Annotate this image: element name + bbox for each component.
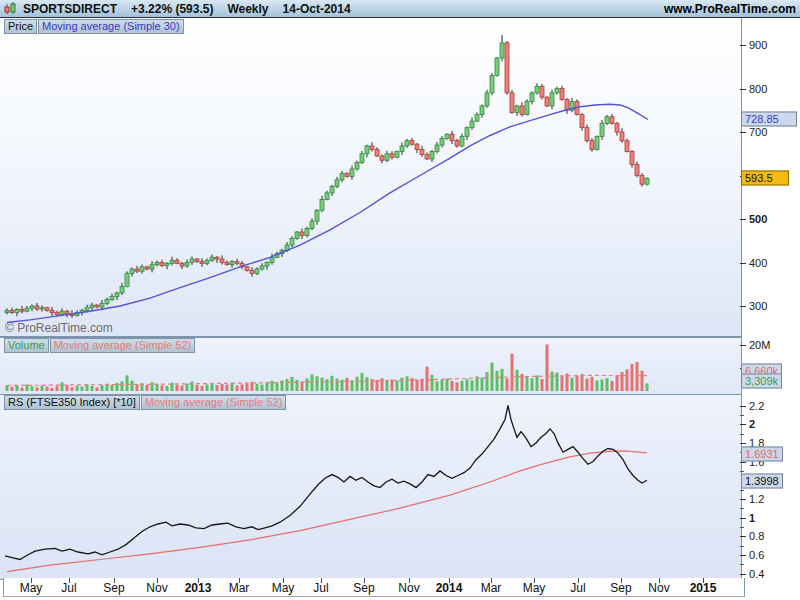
volume-indicator-chip[interactable]: Volume — [4, 338, 49, 353]
time-axis-label: Nov — [648, 581, 669, 595]
axis-label: 1.2 — [749, 493, 764, 505]
volume-bar — [66, 385, 69, 391]
candle-body — [370, 146, 374, 149]
candle-body — [55, 313, 59, 315]
axis-label: 0.4 — [749, 568, 764, 580]
candle-body — [185, 263, 189, 266]
volume-bar — [431, 375, 434, 391]
candle-body — [525, 102, 529, 115]
volume-bar — [46, 387, 49, 391]
volume-bar — [276, 382, 279, 391]
volume-bar — [286, 379, 289, 391]
axis-tick — [740, 555, 746, 556]
candle-body — [290, 239, 294, 246]
volume-bar — [481, 378, 484, 391]
axis-tick — [740, 263, 746, 264]
last-price-box: 593.5 — [741, 171, 789, 186]
volume-bar — [321, 378, 324, 391]
volume-bar — [191, 382, 194, 391]
candle-body — [300, 232, 304, 235]
candle-body — [335, 180, 339, 187]
time-axis-label: Nov — [146, 581, 167, 595]
volume-bar — [266, 383, 269, 391]
candle-body — [390, 154, 394, 157]
volume-bar — [561, 376, 564, 391]
volume-bar — [216, 385, 219, 391]
candle-body — [465, 128, 469, 137]
candle-body — [5, 310, 9, 312]
rs-ma-chip[interactable]: Moving average (Simple 52) — [141, 395, 287, 410]
axis-tick — [740, 306, 746, 307]
volume-bar — [96, 387, 99, 391]
chart-window: SPORTSDIRECT +3.22% (593.5) Weekly 14-Oc… — [0, 0, 800, 600]
time-axis-label: Mar — [229, 581, 250, 595]
volume-bar — [526, 377, 529, 391]
volume-bar — [11, 387, 14, 391]
candle-body — [470, 121, 474, 128]
volume-bar — [406, 376, 409, 391]
price-legend: Price Moving average (Simple 30) — [4, 19, 184, 34]
candle-body — [310, 221, 314, 228]
volume-bar — [581, 374, 584, 391]
candle-body — [595, 136, 599, 149]
time-axis-label: May — [272, 581, 295, 595]
volume-bar — [586, 379, 589, 391]
candle-body — [360, 154, 364, 163]
candle-body — [105, 299, 109, 303]
volume-bar — [496, 371, 499, 391]
candle-body — [555, 89, 559, 93]
rs-ma-line — [7, 451, 647, 572]
volume-bar — [221, 384, 224, 391]
candle-body — [440, 139, 444, 146]
candle-body — [10, 310, 14, 312]
candle-body — [115, 293, 119, 296]
volume-bar — [471, 380, 474, 391]
candle-body — [605, 117, 609, 124]
chart-canvas[interactable] — [0, 0, 800, 600]
rs-last-value-box: 1.3998 — [741, 474, 783, 489]
rs-indicator-chip[interactable]: RS (FTSE350 Index) [*10] — [4, 395, 140, 410]
axis-label: 0.6 — [749, 549, 764, 561]
volume-bar — [446, 379, 449, 391]
candle-body — [550, 93, 554, 106]
candle-body — [505, 43, 509, 93]
volume-bar — [601, 380, 604, 392]
candle-body — [365, 146, 369, 154]
volume-bar — [56, 386, 59, 391]
candle-body — [165, 263, 169, 265]
candle-body — [405, 141, 409, 146]
candle-body — [630, 152, 634, 165]
volume-bar — [51, 388, 54, 391]
axis-minor-tick — [740, 564, 744, 565]
candle-body — [320, 199, 324, 210]
candle-body — [435, 145, 439, 152]
volume-ma-chip[interactable]: Moving average (Simple 52) — [50, 338, 196, 353]
axis-tick — [740, 424, 746, 425]
candle-body — [640, 176, 644, 185]
price-indicator-chip[interactable]: Price — [4, 19, 37, 34]
volume-bar — [181, 385, 184, 391]
volume-bar — [351, 380, 354, 391]
time-axis-label: May — [523, 581, 546, 595]
volume-bar — [256, 384, 259, 391]
candle-body — [235, 262, 239, 264]
candle-body — [375, 149, 379, 156]
volume-bar — [31, 386, 34, 391]
rs-ma-value-box: 1.6931 — [741, 447, 783, 462]
volume-bar — [306, 378, 309, 391]
volume-bar — [241, 384, 244, 391]
candle-body — [95, 305, 99, 307]
price-ma-chip[interactable]: Moving average (Simple 30) — [38, 19, 184, 34]
candle-body — [610, 117, 614, 124]
candle-body — [425, 155, 429, 159]
axis-tick — [740, 406, 746, 407]
candle-body — [495, 58, 499, 75]
volume-bar — [71, 387, 74, 391]
time-axis-label: 2015 — [690, 581, 717, 595]
axis-minor-tick — [740, 527, 744, 528]
candle-body — [50, 310, 54, 312]
candle-body — [325, 193, 329, 200]
volume-bar — [336, 379, 339, 391]
volume-bar — [146, 385, 149, 391]
candle-body — [380, 156, 384, 160]
